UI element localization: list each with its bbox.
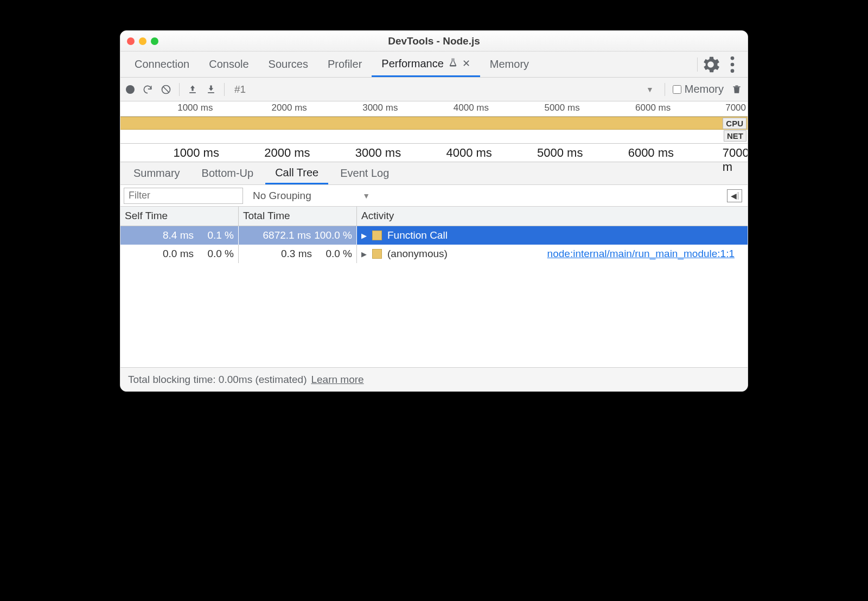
zoom-window-button[interactable] — [151, 37, 158, 45]
tab-memory[interactable]: Memory — [480, 52, 539, 77]
self-time: 8.4 ms — [142, 229, 194, 241]
category-swatch — [372, 249, 382, 259]
cpu-band-label: CPU — [723, 118, 746, 129]
session-label: #1 — [232, 84, 246, 95]
clear-button[interactable] — [161, 84, 171, 95]
tick: 6000 ms — [635, 103, 672, 113]
svg-point-0 — [731, 56, 735, 60]
separator — [179, 83, 180, 96]
column-self-time[interactable]: Self Time — [120, 207, 239, 226]
expand-icon[interactable]: ▶ — [361, 232, 367, 240]
net-band[interactable]: NET — [120, 130, 748, 144]
chevron-left-icon: ◀ — [731, 191, 737, 200]
main-tabs: Connection Console Sources Profiler Perf… — [120, 52, 748, 78]
cpu-band[interactable]: CPU — [120, 117, 748, 130]
column-total-time[interactable]: Total Time — [239, 207, 357, 226]
total-time: 0.3 ms — [260, 248, 312, 260]
separator — [224, 83, 225, 96]
self-pct: 0.0 % — [194, 248, 234, 260]
close-window-button[interactable] — [127, 37, 135, 45]
tab-call-tree[interactable]: Call Tree — [265, 162, 328, 184]
tab-event-log[interactable]: Event Log — [330, 162, 399, 184]
tab-summary[interactable]: Summary — [124, 162, 190, 184]
blocking-time-text: Total blocking time: 0.00ms (estimated) — [128, 374, 307, 386]
category-swatch — [372, 231, 382, 240]
grouping-select[interactable]: No Grouping ▼ — [246, 190, 376, 202]
tick: 6000 ms — [628, 146, 675, 160]
expand-icon[interactable]: ▶ — [361, 250, 367, 258]
filter-bar: No Grouping ▼ ◀ — [120, 185, 748, 207]
traffic-lights — [127, 37, 158, 45]
more-button[interactable] — [722, 52, 743, 77]
tab-sources[interactable]: Sources — [259, 52, 318, 77]
total-pct: 100.0 % — [311, 229, 352, 241]
table-row[interactable]: 8.4 ms0.1 % 6872.1 ms100.0 % ▶ Function … — [120, 226, 748, 245]
tick: 5000 ms — [544, 103, 581, 113]
tick: 2000 ms — [272, 103, 309, 113]
total-pct: 0.0 % — [312, 248, 352, 260]
activity-name: Function Call — [387, 229, 448, 241]
tick: 1000 ms — [177, 103, 214, 113]
tick: 4000 ms — [454, 103, 490, 113]
tab-console[interactable]: Console — [199, 52, 258, 77]
tick: 2000 ms — [264, 146, 311, 160]
download-icon — [206, 84, 216, 95]
call-tree-table: 8.4 ms0.1 % 6872.1 ms100.0 % ▶ Function … — [120, 226, 748, 367]
tab-performance-label: Performance — [381, 57, 444, 70]
titlebar[interactable]: DevTools - Node.js — [120, 31, 748, 52]
reload-icon — [142, 84, 153, 95]
bar-icon — [738, 192, 738, 200]
tab-performance[interactable]: Performance ✕ — [372, 52, 480, 77]
grouping-label: No Grouping — [253, 190, 311, 202]
separator — [665, 83, 665, 96]
analysis-tabs: Summary Bottom-Up Call Tree Event Log — [120, 162, 748, 185]
upload-icon — [187, 84, 198, 95]
experiment-icon — [448, 57, 458, 70]
table-row[interactable]: 0.0 ms0.0 % 0.3 ms0.0 % ▶ (anonymous) no… — [120, 245, 748, 263]
timeline-detail-ruler[interactable]: 1000 ms 2000 ms 3000 ms 4000 ms 5000 ms … — [120, 144, 748, 162]
kebab-icon — [722, 54, 743, 75]
self-time: 0.0 ms — [142, 248, 194, 260]
activity-name: (anonymous) — [387, 248, 448, 260]
clear-icon — [161, 84, 171, 95]
devtools-window: DevTools - Node.js Connection Console So… — [120, 30, 748, 392]
toggle-sidebar-button[interactable]: ◀ — [727, 189, 742, 202]
load-profile-button[interactable] — [187, 84, 198, 95]
memory-toggle[interactable]: Memory — [673, 83, 724, 95]
filter-input[interactable] — [124, 188, 243, 204]
save-profile-button[interactable] — [206, 84, 216, 95]
settings-button[interactable] — [700, 52, 722, 77]
total-time: 6872.1 ms — [259, 229, 311, 241]
timeline-overview-ruler[interactable]: 1000 ms 2000 ms 3000 ms 4000 ms 5000 ms … — [120, 101, 748, 117]
memory-checkbox-label: Memory — [685, 83, 724, 95]
performance-toolbar: #1 ▼ Memory — [120, 78, 748, 101]
trash-icon — [731, 84, 742, 95]
source-link[interactable]: node:internal/main/run_main_module:1:1 — [547, 248, 748, 260]
column-activity[interactable]: Activity — [357, 207, 748, 226]
svg-point-2 — [731, 69, 735, 73]
minimize-window-button[interactable] — [139, 37, 146, 45]
gear-icon — [700, 54, 722, 75]
tick: 1000 ms — [174, 146, 221, 160]
tick: 7000 — [725, 103, 748, 113]
delete-button[interactable] — [731, 84, 742, 95]
svg-point-1 — [731, 62, 735, 66]
session-select[interactable]: #1 ▼ — [232, 84, 657, 95]
tick: 3000 ms — [362, 103, 399, 113]
reload-button[interactable] — [142, 84, 153, 95]
chevron-down-icon: ▼ — [646, 85, 654, 94]
status-bar: Total blocking time: 0.00ms (estimated) … — [120, 367, 748, 391]
record-button[interactable] — [126, 85, 135, 94]
memory-checkbox[interactable] — [673, 85, 681, 94]
tab-connection[interactable]: Connection — [125, 52, 199, 77]
chevron-down-icon: ▼ — [362, 191, 370, 200]
tick: 5000 ms — [537, 146, 584, 160]
tab-bottom-up[interactable]: Bottom-Up — [192, 162, 264, 184]
window-title: DevTools - Node.js — [388, 35, 480, 47]
learn-more-link[interactable]: Learn more — [311, 374, 363, 386]
tick: 4000 ms — [446, 146, 493, 160]
table-header: Self Time Total Time Activity — [120, 207, 748, 226]
close-icon[interactable]: ✕ — [462, 57, 470, 69]
tab-profiler[interactable]: Profiler — [318, 52, 372, 77]
tick: 3000 ms — [355, 146, 403, 160]
